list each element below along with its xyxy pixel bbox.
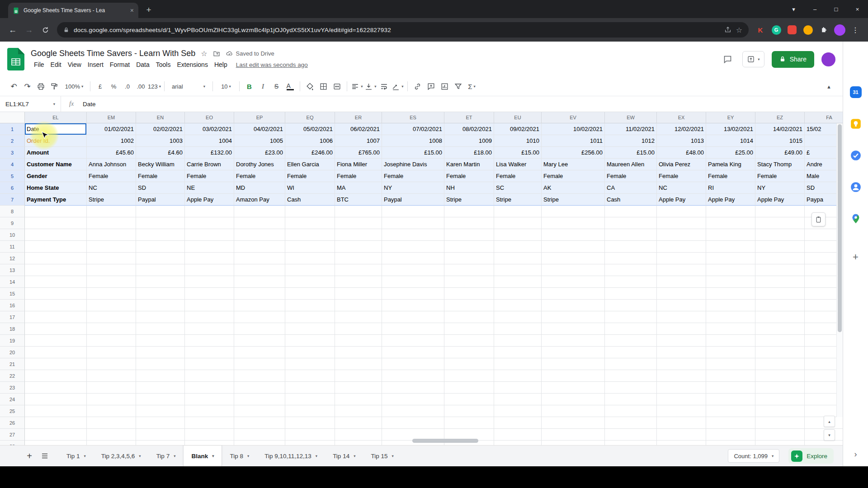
cell-EN2[interactable]: 1003 xyxy=(136,135,185,147)
cell-EY11[interactable] xyxy=(706,241,755,253)
cell-EU24[interactable] xyxy=(494,394,542,405)
vertical-scrollbar-thumb[interactable] xyxy=(838,124,842,332)
cell-EL27[interactable] xyxy=(25,429,87,441)
cell-EW22[interactable] xyxy=(605,370,657,382)
browser-avatar[interactable] xyxy=(833,23,846,36)
font-size-selector[interactable]: 10▾ xyxy=(216,80,236,93)
maps-icon[interactable] xyxy=(849,212,862,225)
cell-EU25[interactable] xyxy=(494,405,542,417)
cell-EP13[interactable] xyxy=(234,264,285,276)
all-sheets-menu-icon[interactable] xyxy=(37,448,52,464)
cell-EM21[interactable] xyxy=(87,358,136,370)
cell-EM3[interactable]: £45.60 xyxy=(87,147,136,159)
print-button[interactable] xyxy=(34,80,47,93)
cell-EV23[interactable] xyxy=(542,382,605,394)
comment-history-icon[interactable] xyxy=(720,52,735,67)
menu-file[interactable]: File xyxy=(31,60,47,70)
cell-ES13[interactable] xyxy=(382,264,444,276)
insert-link-button[interactable] xyxy=(411,80,424,93)
cell-ET6[interactable]: NH xyxy=(444,182,494,194)
name-box[interactable]: EL1:KL7 ▾ xyxy=(0,96,61,112)
menu-extensions[interactable]: Extensions xyxy=(174,60,211,70)
cell-EZ18[interactable] xyxy=(755,323,805,335)
cell-EN5[interactable]: Female xyxy=(136,170,185,182)
row-header-25[interactable]: 25 xyxy=(0,405,25,417)
cell-EY12[interactable] xyxy=(706,253,755,264)
cell-ES18[interactable] xyxy=(382,323,444,335)
cell-EU14[interactable] xyxy=(494,276,542,288)
cell-EQ5[interactable]: Female xyxy=(285,170,335,182)
cell-EU3[interactable]: £15.00 xyxy=(494,147,542,159)
cell-EP18[interactable] xyxy=(234,323,285,335)
cell-EN22[interactable] xyxy=(136,370,185,382)
cell-ET26[interactable] xyxy=(444,417,494,429)
close-button[interactable]: × xyxy=(847,0,868,18)
cell-EY28[interactable] xyxy=(706,441,755,445)
cell-EP28[interactable] xyxy=(234,441,285,445)
minimize-button[interactable]: – xyxy=(804,0,826,18)
row-header-5[interactable]: 5 xyxy=(0,170,25,182)
undo-button[interactable]: ↶ xyxy=(7,80,20,93)
increase-decimal-button[interactable]: .00 xyxy=(134,80,147,93)
cell-ER6[interactable]: MA xyxy=(335,182,382,194)
cell-ES6[interactable]: NY xyxy=(382,182,444,194)
cell-EL3[interactable]: Amount xyxy=(25,147,87,159)
cell-EV2[interactable]: 1011 xyxy=(542,135,605,147)
cell-EY15[interactable] xyxy=(706,288,755,300)
row-header-24[interactable]: 24 xyxy=(0,394,25,405)
cell-EL17[interactable] xyxy=(25,311,87,323)
cell-EZ17[interactable] xyxy=(755,311,805,323)
cell-ET25[interactable] xyxy=(444,405,494,417)
orange-extension-icon[interactable] xyxy=(802,23,814,36)
last-edit-link[interactable]: Last edit was seconds ago xyxy=(236,61,308,68)
cell-EY3[interactable]: £25.00 xyxy=(706,147,755,159)
cell-EV14[interactable] xyxy=(542,276,605,288)
cell-EL28[interactable] xyxy=(25,441,87,445)
cell-ET11[interactable] xyxy=(444,241,494,253)
cell-EL1[interactable]: Date xyxy=(25,123,87,135)
k-extension-icon[interactable]: K xyxy=(754,23,767,36)
cell-EN25[interactable] xyxy=(136,405,185,417)
cell-EO19[interactable] xyxy=(185,335,234,347)
row-header-10[interactable]: 10 xyxy=(0,229,25,241)
cell-EW16[interactable] xyxy=(605,300,657,311)
cell-ER8[interactable] xyxy=(335,206,382,217)
decrease-decimal-button[interactable]: .0 xyxy=(121,80,134,93)
keep-icon[interactable] xyxy=(849,117,862,130)
cell-EX20[interactable] xyxy=(657,347,706,358)
cell-ES12[interactable] xyxy=(382,253,444,264)
row-header-8[interactable]: 8 xyxy=(0,206,25,217)
cell-EO14[interactable] xyxy=(185,276,234,288)
row-header-4[interactable]: 4 xyxy=(0,159,25,170)
cell-EM12[interactable] xyxy=(87,253,136,264)
column-header-ER[interactable]: ER xyxy=(335,112,382,123)
cell-ET3[interactable]: £18.00 xyxy=(444,147,494,159)
row-header-12[interactable]: 12 xyxy=(0,253,25,264)
format-percent-button[interactable]: % xyxy=(107,80,120,93)
cell-ER24[interactable] xyxy=(335,394,382,405)
cell-EV11[interactable] xyxy=(542,241,605,253)
filter-button[interactable] xyxy=(452,80,465,93)
cell-EQ20[interactable] xyxy=(285,347,335,358)
cell-EX21[interactable] xyxy=(657,358,706,370)
cell-EW4[interactable]: Maureen Allen xyxy=(605,159,657,170)
cell-EU19[interactable] xyxy=(494,335,542,347)
paint-format-button[interactable] xyxy=(48,80,61,93)
cell-EP7[interactable]: Amazon Pay xyxy=(234,194,285,206)
cell-EQ13[interactable] xyxy=(285,264,335,276)
cell-EQ14[interactable] xyxy=(285,276,335,288)
column-header-EZ[interactable]: EZ xyxy=(755,112,805,123)
row-header-14[interactable]: 14 xyxy=(0,276,25,288)
cell-EY9[interactable] xyxy=(706,217,755,229)
cell-EX3[interactable]: £48.00 xyxy=(657,147,706,159)
cell-EN24[interactable] xyxy=(136,394,185,405)
cell-EM16[interactable] xyxy=(87,300,136,311)
cell-EQ11[interactable] xyxy=(285,241,335,253)
cell-EU23[interactable] xyxy=(494,382,542,394)
cell-EV16[interactable] xyxy=(542,300,605,311)
cell-EQ22[interactable] xyxy=(285,370,335,382)
cell-EU18[interactable] xyxy=(494,323,542,335)
cell-EM14[interactable] xyxy=(87,276,136,288)
cell-EZ10[interactable] xyxy=(755,229,805,241)
zoom-selector[interactable]: 100%▾ xyxy=(61,80,87,93)
